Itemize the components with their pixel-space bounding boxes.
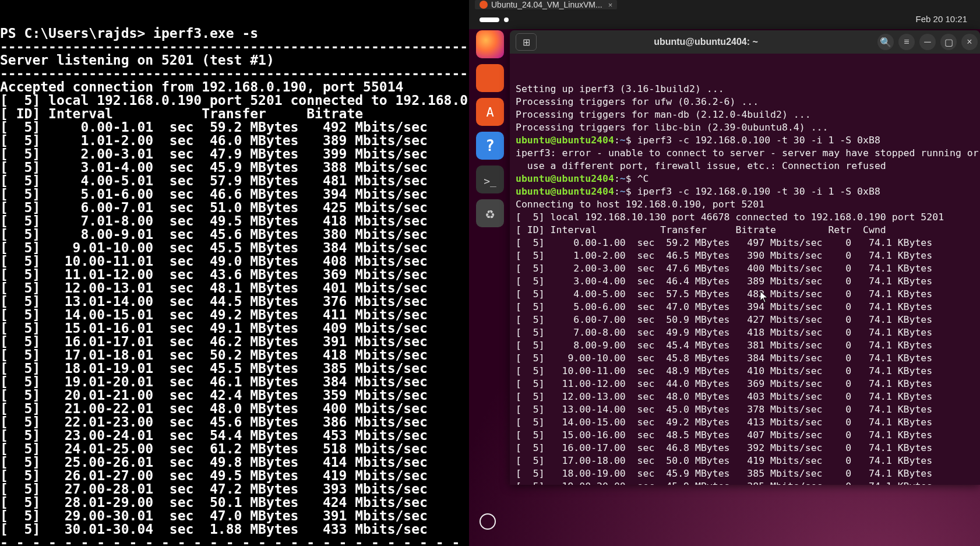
minimize-icon[interactable]: ─ — [919, 34, 936, 50]
close-window-icon[interactable]: × — [961, 34, 978, 50]
ubuntu-logo-icon — [480, 1, 488, 9]
gnome-terminal-window: ⊞ ubuntu@ubuntu2404: ~ 🔍 ≡ ─ ▢ × Setting… — [510, 30, 980, 485]
close-icon[interactable]: × — [608, 1, 613, 9]
dock-files-icon[interactable] — [476, 64, 504, 92]
dock-terminal-icon[interactable] — [476, 165, 504, 193]
ubuntu-dock: A — [474, 30, 506, 227]
terminal-body[interactable]: Setting up iperf3 (3.16-1build2) ... Pro… — [510, 54, 980, 485]
dock-help-icon[interactable] — [476, 132, 504, 160]
vm-titlebar: Ubuntu_24.04_VM_LinuxVM... × — [469, 0, 980, 10]
clock[interactable]: Feb 20 10:21 — [916, 14, 967, 24]
mouse-cursor-icon — [760, 291, 767, 303]
powershell-terminal[interactable]: PS C:\Users\rajds> iperf3.exe -s -------… — [0, 0, 469, 546]
dock-software-icon[interactable]: A — [476, 98, 504, 126]
dock-firefox-icon[interactable] — [476, 30, 504, 58]
maximize-icon[interactable]: ▢ — [940, 34, 957, 50]
search-icon[interactable]: 🔍 — [877, 34, 894, 50]
vm-tab-label: Ubuntu_24.04_VM_LinuxVM... — [491, 0, 602, 9]
gnome-topbar[interactable]: Feb 20 10:21 — [469, 10, 980, 29]
terminal-headerbar: ⊞ ubuntu@ubuntu2404: ~ 🔍 ≡ ─ ▢ × — [510, 30, 980, 54]
ubuntu-desktop: Ubuntu_24.04_VM_LinuxVM... × Feb 20 10:2… — [469, 0, 980, 546]
vm-tab[interactable]: Ubuntu_24.04_VM_LinuxVM... × — [475, 0, 617, 9]
powershell-output: PS C:\Users\rajds> iperf3.exe -s -------… — [0, 27, 469, 546]
hamburger-icon[interactable]: ≡ — [898, 34, 915, 50]
activities-button[interactable] — [480, 17, 499, 22]
terminal-title: ubuntu@ubuntu2404: ~ — [537, 37, 875, 47]
dock-trash-icon[interactable] — [476, 199, 504, 227]
dock-show-apps-icon[interactable] — [474, 508, 502, 536]
new-tab-button[interactable]: ⊞ — [516, 33, 537, 51]
